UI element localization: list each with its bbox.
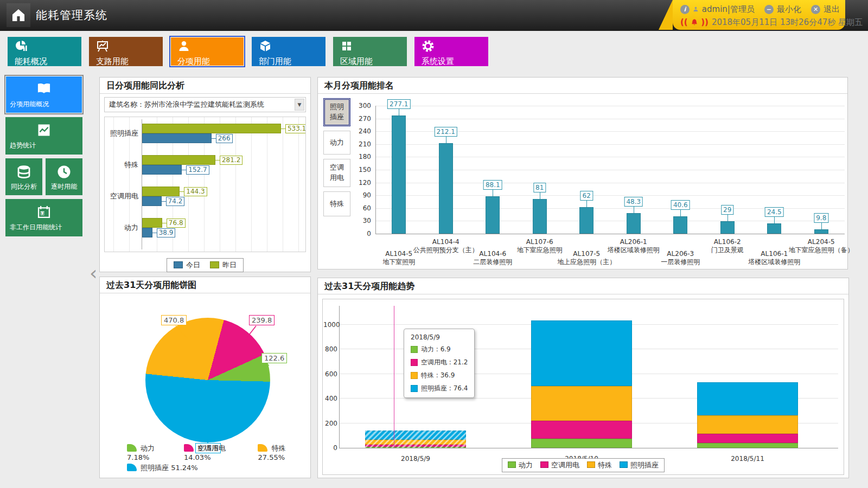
sidebar-item-分项用能概况[interactable]: 分项用能概况: [5, 76, 82, 113]
rank-x-label-AL104-4: AL104-4公共照明预分支（主）: [413, 238, 478, 254]
datetime-label: 2018年05月11日 13时26分47秒 星期五: [712, 17, 863, 28]
chart-tooltip: 2018/5/9动力 : 6.9空调用电 : 21.2特殊 : 36.9照明插座…: [404, 329, 475, 398]
sidebar-item-同比分析[interactable]: 同比分析: [5, 158, 42, 195]
nav-tab-label: 系统设置: [422, 56, 488, 67]
cube-icon: [259, 40, 272, 53]
minimize-icon[interactable]: −: [764, 5, 774, 14]
book-icon: [36, 81, 52, 97]
rank-bar-AL104-6: [486, 196, 500, 234]
rank-value-label: 277.1: [387, 99, 410, 109]
panel-title: 过去31天分项用能趋势: [318, 278, 848, 294]
segment-空调用电: [697, 434, 798, 443]
sidebar-item-趋势统计[interactable]: 趋势统计: [5, 117, 82, 155]
value-label: 533.1: [281, 124, 306, 133]
nav-tab-能耗概况[interactable]: 能耗概况: [8, 37, 81, 66]
category-label: 动力: [105, 223, 138, 233]
rank-x-label-AL107-6: AL107-6地下室应急照明: [517, 238, 563, 254]
rank-tab-照明插座[interactable]: 照明插座: [323, 98, 350, 126]
sidebar-item-逐时用能[interactable]: 逐时用能: [46, 158, 82, 195]
legend-item-动力[interactable]: 动力: [508, 460, 533, 470]
rank-value-label: 9.8: [814, 213, 828, 223]
building-select[interactable]: 建筑名称：苏州市沧浪中学监控建筑能耗监测系统 ▼: [104, 97, 306, 112]
y-tick-label: 300: [355, 102, 371, 110]
category-label: 空调用电: [105, 191, 138, 201]
bar-今日-动力: [142, 228, 152, 237]
board-chart-icon: [96, 40, 109, 53]
sidebar-item-label: 逐时用能: [51, 180, 77, 195]
database-icon: [16, 164, 32, 180]
collapse-chevron[interactable]: ‹: [90, 264, 97, 283]
rank-bar-AL204-5: [814, 229, 828, 234]
bar-昨日-动力: [142, 218, 162, 228]
y-tick-label: 180: [355, 153, 371, 160]
bar-昨日-照明插座: [142, 124, 281, 133]
sidebar-item-label: 分项用能概况: [5, 97, 49, 113]
panel-monthly-rank: 本月分项用能排名 照明插座动力空调用电特殊0306090120150180210…: [317, 77, 848, 269]
sidebar-item-label: 趋势统计: [5, 138, 36, 155]
close-icon[interactable]: ✕: [811, 5, 820, 14]
panel-title: 本月分项用能排名: [318, 78, 847, 94]
user-banner: i admin|管理员 − 最小化 ✕ 退出 (( )) 2018年05月11日…: [673, 0, 845, 30]
legend-item-昨日[interactable]: 昨日: [210, 260, 237, 270]
svg-text:12: 12: [40, 211, 45, 216]
legend-item-照明插座[interactable]: 照明插座 51.24%: [127, 463, 198, 473]
x-tick-label: 2018/5/9: [401, 455, 430, 463]
y-tick-label: 600: [323, 370, 337, 378]
legend-item-特殊[interactable]: 特殊 27.55%: [258, 444, 310, 461]
clock-icon: [56, 164, 72, 180]
segment-动力: [697, 443, 798, 448]
pie-value-label-动力: 122.6: [261, 353, 287, 363]
value-label: 266: [212, 133, 233, 143]
rank-value-label: 29: [721, 205, 733, 215]
daily-compare-chart: 照明插座533.1266特殊281.2152.7空调用电144.374.2动力7…: [104, 117, 306, 252]
exit-button[interactable]: 退出: [824, 4, 840, 15]
rank-bar-AL104-4: [439, 143, 453, 234]
nav-tab-系统设置[interactable]: 系统设置: [414, 37, 488, 66]
y-tick-label: 150: [355, 166, 371, 174]
y-tick-label: 270: [355, 115, 371, 123]
rank-value-label: 88.1: [483, 180, 502, 190]
rank-tab-空调用电[interactable]: 空调用电: [323, 159, 350, 187]
rank-bar-AL206-1: [627, 213, 641, 234]
bar-昨日-特殊: [142, 155, 215, 165]
sidebar-item-label: 同比分析: [11, 180, 37, 195]
nav-tab-部门用能[interactable]: 部门用能: [252, 37, 326, 66]
legend-item-空调用电[interactable]: 空调用电 14.03%: [184, 444, 250, 461]
nav-tab-label: 部门用能: [259, 56, 326, 67]
legend-item-空调用电[interactable]: 空调用电: [540, 460, 579, 470]
info-icon[interactable]: i: [680, 5, 690, 14]
legend-item-照明插座[interactable]: 照明插座: [620, 460, 659, 470]
legend-item-今日[interactable]: 今日: [174, 260, 200, 270]
y-tick-label: 0: [323, 444, 337, 452]
bar-今日-照明插座: [142, 133, 212, 143]
pie-chart-icon: [15, 40, 28, 53]
trend-icon: [36, 123, 52, 138]
app-header: 能耗管理系统 i admin|管理员 − 最小化 ✕ 退出 (( )) 2018…: [0, 0, 868, 31]
chevron-down-icon[interactable]: ▼: [295, 99, 304, 111]
legend-item-动力[interactable]: 动力 7.18%: [127, 444, 175, 461]
rank-x-label-AL106-2: AL106-2门卫及景观: [711, 238, 744, 254]
sidebar-item-非工作日用能统计[interactable]: 12非工作日用能统计: [5, 199, 82, 236]
nav-tab-支路用能[interactable]: 支路用能: [89, 37, 163, 66]
trend-chart: 020040060080010002018/5/92018/5/102018/5…: [322, 299, 844, 475]
legend-item-特殊[interactable]: 特殊: [587, 460, 612, 470]
bar-昨日-空调用电: [142, 187, 180, 196]
nav-tab-分项用能[interactable]: 分项用能: [170, 37, 244, 66]
home-button[interactable]: [7, 3, 30, 27]
user-icon: [693, 4, 699, 14]
rank-tab-特殊[interactable]: 特殊: [323, 191, 350, 216]
rank-bar-AL107-6: [533, 199, 547, 234]
alarm-bell-icon[interactable]: (( )): [680, 17, 709, 27]
rank-value-label: 48.3: [624, 197, 643, 207]
minimize-button[interactable]: 最小化: [777, 4, 801, 15]
y-tick-label: 120: [355, 179, 371, 187]
building-select-value: 建筑名称：苏州市沧浪中学监控建筑能耗监测系统: [109, 100, 264, 110]
stacked-bar-2018/5/10: [531, 320, 632, 448]
rank-tab-动力[interactable]: 动力: [323, 131, 350, 155]
home-icon: [11, 8, 26, 23]
bar-今日-特殊: [142, 165, 182, 175]
value-label: 76.8: [162, 218, 186, 228]
x-tick-label: 2018/5/11: [731, 455, 764, 463]
y-tick-label: 90: [355, 191, 371, 199]
nav-tab-区域用能[interactable]: 区域用能: [333, 37, 407, 66]
